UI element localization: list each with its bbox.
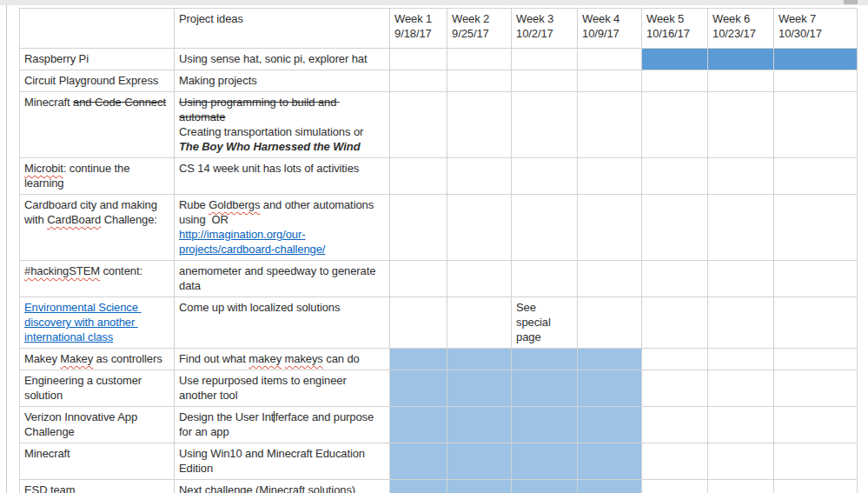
week-cell[interactable] bbox=[578, 195, 642, 261]
week-cell[interactable] bbox=[642, 370, 708, 407]
project-name-cell[interactable]: ESD team bbox=[20, 480, 175, 493]
week-cell[interactable] bbox=[578, 407, 642, 443]
project-idea-cell[interactable]: Design the User Intferface and purpose f… bbox=[175, 407, 390, 443]
week-cell[interactable] bbox=[512, 370, 578, 407]
week-cell[interactable] bbox=[447, 407, 512, 443]
week-cell[interactable] bbox=[390, 370, 447, 407]
week-cell[interactable] bbox=[390, 70, 447, 92]
week-cell[interactable] bbox=[512, 261, 578, 297]
week-cell[interactable] bbox=[774, 370, 858, 407]
week-cell[interactable] bbox=[447, 480, 512, 493]
project-name-cell[interactable]: #hackingSTEM content: bbox=[20, 261, 175, 297]
week-cell[interactable] bbox=[774, 70, 858, 92]
week-cell[interactable] bbox=[774, 407, 858, 443]
week-cell[interactable] bbox=[512, 443, 578, 480]
week-cell[interactable] bbox=[447, 49, 512, 70]
week-cell[interactable] bbox=[774, 195, 858, 261]
week-cell[interactable] bbox=[512, 407, 578, 443]
project-idea-cell[interactable]: Next challenge (Minecraft solutions) bbox=[175, 480, 390, 493]
project-idea-cell[interactable]: anemometer and speedway to generate data bbox=[175, 261, 390, 297]
week-cell[interactable] bbox=[774, 349, 858, 370]
week-cell[interactable] bbox=[642, 195, 708, 261]
week-cell[interactable] bbox=[390, 158, 447, 195]
week-cell[interactable] bbox=[708, 70, 774, 92]
week-cell[interactable] bbox=[512, 49, 578, 70]
week-cell[interactable] bbox=[447, 92, 512, 158]
week-cell[interactable] bbox=[774, 480, 858, 493]
week-cell[interactable] bbox=[708, 480, 774, 493]
project-name-cell[interactable]: Engineering a customer solution bbox=[20, 370, 175, 407]
week-cell[interactable] bbox=[447, 70, 512, 92]
week-cell[interactable] bbox=[708, 195, 774, 261]
week-cell[interactable] bbox=[642, 49, 708, 70]
week-cell[interactable] bbox=[578, 70, 642, 92]
week-header-cell[interactable]: Week 410/9/17 bbox=[578, 9, 642, 49]
week-cell[interactable] bbox=[447, 349, 512, 370]
project-idea-cell[interactable]: Come up with localized solutions bbox=[175, 297, 390, 349]
week-cell[interactable] bbox=[512, 480, 578, 493]
project-idea-cell[interactable]: Rube Goldbergs and other automations usi… bbox=[175, 195, 390, 261]
week-header-cell[interactable]: Week 710/30/17 bbox=[774, 9, 858, 49]
week-cell[interactable] bbox=[512, 70, 578, 92]
week-cell[interactable] bbox=[774, 443, 858, 480]
week-cell[interactable] bbox=[390, 443, 447, 480]
week-cell[interactable] bbox=[512, 195, 578, 261]
week-header-cell[interactable]: Week 510/16/17 bbox=[642, 9, 708, 49]
week-cell[interactable] bbox=[390, 349, 447, 370]
week-cell[interactable] bbox=[708, 261, 774, 297]
project-name-cell[interactable]: Verizon Innovative App Challenge bbox=[20, 407, 175, 443]
project-idea-cell[interactable]: CS 14 week unit has lots of activities bbox=[175, 158, 390, 195]
week-cell[interactable] bbox=[390, 297, 447, 349]
project-name-cell[interactable]: Environmental Science discovery with ano… bbox=[20, 297, 175, 349]
week-header-cell[interactable]: Week 610/23/17 bbox=[708, 9, 774, 49]
week-cell[interactable] bbox=[447, 370, 512, 407]
week-cell[interactable] bbox=[708, 443, 774, 480]
week-cell[interactable] bbox=[774, 92, 858, 158]
week-cell[interactable] bbox=[512, 349, 578, 370]
week-cell[interactable] bbox=[642, 158, 708, 195]
week-cell[interactable] bbox=[447, 158, 512, 195]
project-idea-cell[interactable]: Find out what makey makeys can do bbox=[175, 349, 390, 370]
week-cell[interactable] bbox=[390, 92, 447, 158]
week-cell[interactable] bbox=[774, 297, 858, 349]
hyperlink[interactable]: Environmental Science discovery with ano… bbox=[24, 301, 141, 343]
week-cell[interactable] bbox=[578, 158, 642, 195]
project-name-cell[interactable]: Raspberry Pi bbox=[20, 49, 175, 70]
week-header-cell[interactable]: Week 29/25/17 bbox=[447, 9, 512, 49]
project-name-cell[interactable]: Makey Makey as controllers bbox=[20, 349, 175, 370]
week-cell[interactable] bbox=[390, 195, 447, 261]
week-header-cell[interactable]: Week 19/18/17 bbox=[390, 9, 447, 49]
week-cell[interactable] bbox=[390, 49, 447, 70]
project-name-cell[interactable]: Microbit: continue the learning bbox=[20, 158, 175, 195]
week-cell[interactable] bbox=[578, 261, 642, 297]
week-cell[interactable] bbox=[578, 480, 642, 493]
week-cell[interactable] bbox=[642, 349, 708, 370]
week-cell[interactable] bbox=[642, 261, 708, 297]
week-cell[interactable] bbox=[578, 297, 642, 349]
week-cell[interactable] bbox=[512, 158, 578, 195]
week-cell[interactable] bbox=[708, 349, 774, 370]
week-cell[interactable] bbox=[642, 443, 708, 480]
week-cell[interactable] bbox=[390, 407, 447, 443]
project-idea-cell[interactable]: Making projects bbox=[175, 70, 390, 92]
corner-header-cell[interactable] bbox=[20, 9, 175, 49]
week-cell[interactable] bbox=[578, 49, 642, 70]
project-idea-cell[interactable]: Using programming to build and automate … bbox=[175, 92, 390, 158]
week-cell[interactable] bbox=[390, 480, 447, 493]
week-cell[interactable] bbox=[390, 261, 447, 297]
week-cell[interactable] bbox=[774, 49, 858, 70]
week-header-cell[interactable]: Week 310/2/17 bbox=[512, 9, 578, 49]
week-cell[interactable] bbox=[708, 370, 774, 407]
week-cell[interactable] bbox=[447, 261, 512, 297]
week-cell[interactable] bbox=[774, 261, 858, 297]
week-cell[interactable] bbox=[642, 297, 708, 349]
week-cell[interactable] bbox=[578, 443, 642, 480]
week-cell[interactable] bbox=[642, 480, 708, 493]
project-name-cell[interactable]: Cardboard city and making with CardBoard… bbox=[20, 195, 175, 261]
project-idea-cell[interactable]: Using Win10 and Minecraft Education Edit… bbox=[175, 443, 390, 480]
week-cell[interactable] bbox=[708, 297, 774, 349]
week-cell[interactable] bbox=[642, 70, 708, 92]
week-cell[interactable] bbox=[447, 195, 512, 261]
week-cell[interactable] bbox=[708, 158, 774, 195]
week-cell[interactable]: See special page bbox=[512, 297, 578, 349]
